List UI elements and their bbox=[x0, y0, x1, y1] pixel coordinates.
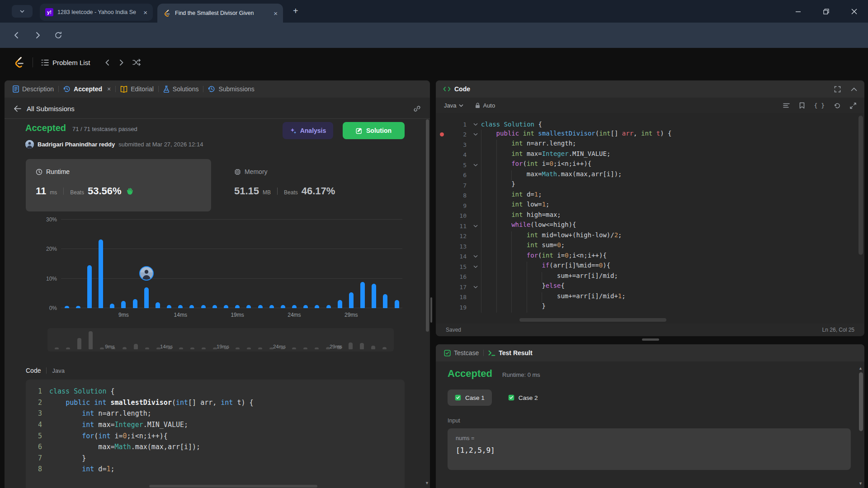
close-tab-icon[interactable]: × bbox=[274, 9, 278, 17]
editor-line[interactable]: 3int n=arr.length; bbox=[436, 140, 864, 150]
chart-bar[interactable] bbox=[156, 302, 160, 308]
panel-horizontal-scrollbar[interactable] bbox=[149, 485, 317, 488]
next-problem-button[interactable] bbox=[118, 59, 124, 66]
chart-bar[interactable] bbox=[315, 305, 319, 308]
editor-line[interactable]: 14for(int i=0;i<n;i++){ bbox=[436, 252, 864, 262]
editor-line[interactable]: 13int sum=0; bbox=[436, 241, 864, 252]
language-selector[interactable]: Java bbox=[444, 102, 463, 109]
editor-line[interactable]: 10int high=max; bbox=[436, 211, 864, 221]
fold-chevron-icon[interactable] bbox=[470, 225, 481, 228]
tab-solutions[interactable]: Solutions bbox=[159, 85, 203, 93]
collapse-panel-icon[interactable] bbox=[851, 87, 857, 91]
format-icon[interactable] bbox=[783, 103, 790, 108]
editor-line[interactable]: 16sum+=arr[i]/mid; bbox=[436, 272, 864, 282]
editor-line[interactable]: 7} bbox=[436, 180, 864, 191]
editor-line[interactable]: 5for(int i=0;i<n;i++){ bbox=[436, 160, 864, 170]
chart-bar[interactable] bbox=[144, 287, 149, 308]
fold-chevron-icon[interactable] bbox=[470, 265, 481, 268]
chart-bar[interactable] bbox=[76, 306, 80, 308]
editor-line[interactable]: 9int low=1; bbox=[436, 201, 864, 211]
tab-search-button[interactable] bbox=[12, 5, 33, 18]
reload-button[interactable] bbox=[52, 28, 65, 42]
back-button[interactable] bbox=[10, 28, 24, 42]
chart-bar[interactable] bbox=[246, 305, 251, 308]
submitted-code-block[interactable]: 1class Solution {2 public int smallestDi… bbox=[26, 380, 405, 488]
fold-chevron-icon[interactable] bbox=[470, 123, 481, 126]
copy-link-icon[interactable] bbox=[413, 105, 421, 113]
chart-bar[interactable] bbox=[235, 305, 240, 308]
chart-bar[interactable] bbox=[87, 265, 92, 308]
editor-line[interactable]: 4int max=Integer.MIN_VALUE; bbox=[436, 150, 864, 160]
editor-line[interactable]: 8int d=1; bbox=[436, 191, 864, 201]
all-submissions-link[interactable]: All Submissions bbox=[27, 105, 75, 113]
forward-button[interactable] bbox=[31, 28, 44, 42]
tab-testcase[interactable]: Testcase bbox=[443, 349, 483, 357]
editor-line[interactable]: 1class Solution { bbox=[436, 119, 864, 130]
analysis-button[interactable]: Analysis bbox=[283, 122, 333, 139]
tab-accepted[interactable]: Accepted × bbox=[59, 85, 115, 93]
chart-bar[interactable] bbox=[372, 284, 376, 308]
scroll-down-icon[interactable]: ▼ bbox=[859, 481, 863, 486]
memory-card[interactable]: Memory 51.15 MB Beats 46.17% bbox=[224, 159, 401, 211]
editor-line[interactable]: 15if(arr[i]%mid==0){ bbox=[436, 262, 864, 272]
editor-scrollbar-thumb[interactable] bbox=[859, 116, 863, 255]
brackets-icon[interactable]: { } bbox=[814, 102, 825, 109]
minimize-button[interactable] bbox=[784, 0, 812, 23]
chart-bar[interactable] bbox=[121, 301, 126, 308]
case-2-button[interactable]: Case 2 bbox=[501, 389, 545, 406]
chart-bar[interactable] bbox=[383, 294, 387, 308]
editor-line[interactable]: 12int mid=low+(high-low)/2; bbox=[436, 231, 864, 242]
browser-tab-leetcode[interactable]: Find the Smallest Divisor Given × bbox=[157, 4, 283, 23]
fold-chevron-icon[interactable] bbox=[470, 164, 481, 167]
problem-list-button[interactable]: Problem List bbox=[41, 59, 90, 66]
chart-bar[interactable] bbox=[360, 282, 365, 308]
chart-bar[interactable] bbox=[224, 305, 228, 308]
chart-bar[interactable] bbox=[65, 306, 69, 308]
user-runtime-marker[interactable] bbox=[139, 266, 154, 281]
editor-horizontal-scrollbar[interactable] bbox=[519, 318, 666, 322]
editor-line[interactable]: 18sum+=arr[i]/mid+1; bbox=[436, 292, 864, 303]
breakpoint-icon[interactable] bbox=[436, 132, 448, 136]
editor-line[interactable]: 19} bbox=[436, 302, 864, 313]
bookmark-icon[interactable] bbox=[799, 102, 805, 109]
vertical-split-handle[interactable] bbox=[430, 297, 432, 323]
tab-test-result[interactable]: Test Result bbox=[484, 349, 537, 357]
fold-chevron-icon[interactable] bbox=[470, 255, 481, 258]
editor-line[interactable]: 17}else{ bbox=[436, 282, 864, 292]
chart-bar[interactable] bbox=[110, 304, 114, 308]
new-tab-button[interactable]: + bbox=[293, 6, 298, 16]
solution-button[interactable]: Solution bbox=[343, 122, 405, 139]
chart-bar[interactable] bbox=[303, 305, 308, 308]
restore-button[interactable] bbox=[812, 0, 840, 23]
fullscreen-icon[interactable] bbox=[834, 86, 841, 93]
editor-line[interactable]: 2public int smallestDivisor(int[] arr, i… bbox=[436, 130, 864, 140]
chart-bar[interactable] bbox=[258, 305, 263, 308]
chart-bar[interactable] bbox=[281, 305, 285, 308]
shuffle-icon[interactable] bbox=[132, 59, 141, 66]
chart-brush[interactable]: 9ms14ms19ms24ms29ms bbox=[47, 328, 394, 352]
leetcode-logo-icon[interactable] bbox=[13, 56, 24, 69]
cursor-position[interactable]: Ln 26, Col 25 bbox=[822, 327, 854, 333]
close-tab-icon[interactable]: × bbox=[107, 85, 111, 93]
chart-bar[interactable] bbox=[167, 305, 171, 308]
auto-mode-toggle[interactable]: Auto bbox=[475, 102, 495, 109]
chart-bar[interactable] bbox=[133, 299, 137, 308]
close-tab-icon[interactable]: × bbox=[143, 9, 147, 16]
expand-icon[interactable] bbox=[850, 103, 856, 109]
runtime-card[interactable]: Runtime 11 ms Beats 53.56% bbox=[26, 159, 211, 211]
prev-problem-button[interactable] bbox=[104, 59, 110, 66]
close-window-button[interactable] bbox=[840, 0, 868, 23]
browser-tab-yahoo[interactable]: y! 1283 leetcode - Yahoo India Se × bbox=[40, 4, 153, 21]
chart-bar[interactable] bbox=[189, 305, 194, 308]
horizontal-split-handle[interactable] bbox=[642, 338, 659, 341]
testcase-input-field[interactable]: nums = [1,2,5,9] bbox=[448, 428, 851, 470]
code-editor[interactable]: 1class Solution {2public int smallestDiv… bbox=[436, 114, 864, 324]
tab-description[interactable]: Description bbox=[12, 85, 58, 93]
chart-bar[interactable] bbox=[349, 292, 354, 308]
tab-editorial[interactable]: Editorial bbox=[116, 85, 158, 93]
case-1-button[interactable]: Case 1 bbox=[448, 389, 492, 406]
chart-bar[interactable] bbox=[212, 305, 217, 308]
fold-chevron-icon[interactable] bbox=[470, 133, 481, 136]
panel-scrollbar-thumb[interactable] bbox=[859, 372, 863, 431]
chart-bar[interactable] bbox=[292, 305, 297, 308]
